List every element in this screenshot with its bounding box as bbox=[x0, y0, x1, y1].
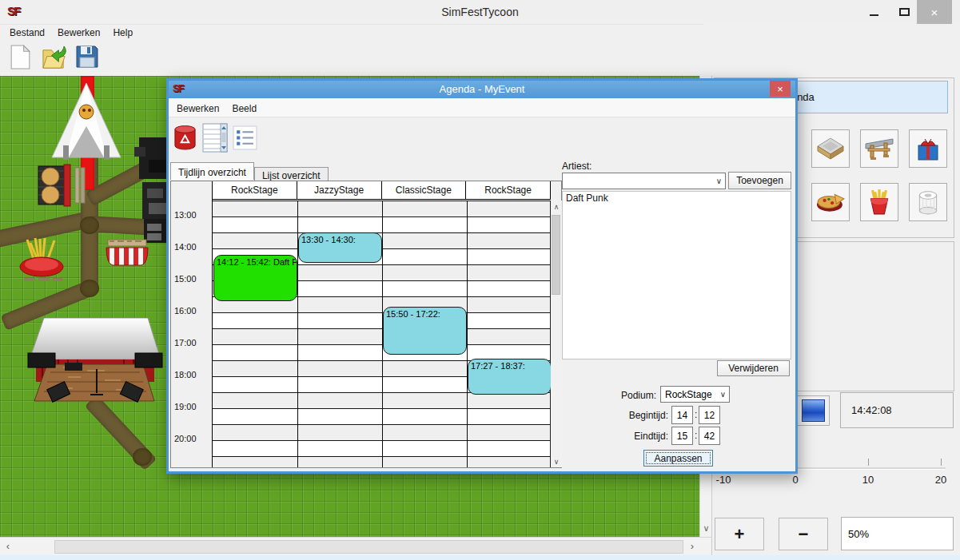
end-minute-field[interactable] bbox=[699, 427, 720, 445]
color-tool-button[interactable] bbox=[795, 395, 830, 426]
gift-icon bbox=[914, 135, 942, 162]
remove-artist-button[interactable]: Verwijderen bbox=[717, 360, 790, 376]
open-folder-icon bbox=[41, 44, 67, 73]
time-label: 17:00 bbox=[174, 338, 197, 348]
striped-stand[interactable] bbox=[105, 238, 149, 267]
chevron-down-icon[interactable]: ∨ bbox=[700, 523, 712, 534]
main-menubar: BestandBewerkenHelp bbox=[0, 24, 703, 40]
chevron-right-icon[interactable]: › bbox=[686, 540, 699, 554]
menu-bewerken[interactable]: Bewerken bbox=[51, 26, 106, 40]
podium-combobox-value: RockStage bbox=[665, 389, 712, 400]
menu-help[interactable]: Help bbox=[106, 26, 139, 40]
fries-icon bbox=[865, 189, 894, 216]
app-window: SimFestTycoon SF × BestandBewerkenHelp bbox=[0, 0, 960, 560]
chevron-down-icon[interactable]: ∨ bbox=[551, 458, 562, 466]
time-label: 15:00 bbox=[174, 274, 197, 284]
podium-label: Podium: bbox=[572, 390, 656, 401]
item-platform-button[interactable] bbox=[811, 129, 850, 168]
end-hour-field[interactable] bbox=[671, 427, 693, 445]
time-label: 19:00 bbox=[174, 402, 197, 411]
grid-scrollbar[interactable]: ∧ ∨ bbox=[551, 201, 562, 467]
chevron-down-icon: ∨ bbox=[716, 177, 722, 185]
platform-icon bbox=[816, 135, 845, 162]
item-toilet-roll-button[interactable] bbox=[909, 183, 947, 221]
schedule-event-2[interactable]: 15:50 - 17:22: bbox=[383, 307, 467, 354]
time-label: 20:00 bbox=[174, 434, 197, 443]
fries-stand[interactable] bbox=[18, 236, 67, 283]
pizza-icon bbox=[816, 189, 845, 216]
dialog-close-button[interactable]: × bbox=[770, 81, 791, 97]
start-hour-field[interactable] bbox=[671, 406, 693, 424]
dialog-menu-bewerken[interactable]: Bewerken bbox=[170, 98, 225, 119]
tent[interactable] bbox=[50, 80, 123, 174]
maximize-button[interactable] bbox=[892, 0, 916, 24]
zoom-in-button[interactable]: + bbox=[715, 518, 764, 550]
stage-header-0: RockStage bbox=[213, 181, 297, 199]
schedule-event-3[interactable]: 17:27 - 18:37: bbox=[468, 359, 552, 395]
chevron-up-icon[interactable]: ∧ bbox=[551, 203, 562, 211]
menu-bestand[interactable]: Bestand bbox=[3, 26, 51, 40]
delete-event-button[interactable] bbox=[173, 125, 197, 155]
new-file-icon bbox=[10, 44, 31, 73]
dialog-logo-icon: SF bbox=[173, 82, 183, 94]
start-minute-field[interactable] bbox=[699, 406, 720, 424]
timeline-grid: 13:0014:0015:0016:0017:0018:0019:0020:00… bbox=[170, 181, 562, 468]
slider-tick-label: 10 bbox=[862, 474, 874, 486]
clock-display: 14:42:08 bbox=[840, 392, 954, 428]
podium-combobox[interactable]: RockStage ∨ bbox=[660, 386, 730, 403]
window-bottom-edge bbox=[0, 555, 960, 560]
slider-tick-label: 0 bbox=[792, 474, 798, 486]
start-time-label: Begintijd: bbox=[572, 410, 668, 421]
item-torii-stage-button[interactable] bbox=[860, 129, 898, 168]
stage-header-3: RockStage bbox=[466, 181, 551, 199]
zoom-out-button[interactable]: − bbox=[779, 518, 828, 550]
maximize-icon bbox=[899, 8, 910, 16]
time-label: 13:00 bbox=[174, 210, 197, 220]
app-logo-icon: SF bbox=[7, 4, 19, 18]
scrollbar-thumb[interactable] bbox=[552, 215, 560, 295]
item-grid bbox=[811, 129, 949, 221]
item-pizza-button[interactable] bbox=[811, 183, 850, 221]
end-time-label: Eindtijd: bbox=[572, 431, 668, 442]
artist-list[interactable]: Daft Punk bbox=[562, 191, 791, 359]
minimize-button[interactable] bbox=[862, 0, 886, 24]
dialog-title: Agenda - MyEvent bbox=[169, 81, 795, 98]
save-button[interactable] bbox=[72, 42, 102, 74]
toilet-roll-icon bbox=[914, 189, 942, 216]
stage-header-1: JazzyStage bbox=[297, 181, 382, 199]
new-file-button[interactable] bbox=[5, 42, 35, 74]
item-gift-button[interactable] bbox=[909, 129, 947, 168]
map-horizontal-scrollbar[interactable]: ‹ › bbox=[0, 537, 712, 555]
dialog-tabs: Tijdlijn overzichtLijst overzicht bbox=[170, 162, 506, 181]
time-gutter: 13:0014:0015:0016:0017:0018:0019:0020:00 bbox=[171, 181, 213, 467]
grid-header-row: RockStageJazzyStageClassicStageRockStage bbox=[213, 181, 551, 200]
apply-button[interactable]: Aanpassen bbox=[643, 450, 713, 467]
tab-tijdlijn-overzicht[interactable]: Tijdlijn overzicht bbox=[170, 162, 254, 180]
main-stage[interactable] bbox=[26, 318, 164, 410]
main-toolbar bbox=[0, 40, 703, 76]
agenda-dialog: Agenda - MyEvent SF × BewerkenBeeld Tijd… bbox=[166, 78, 798, 474]
blue-square-icon bbox=[802, 399, 825, 422]
time-label: 14:00 bbox=[174, 242, 197, 252]
artist-list-item[interactable]: Daft Punk bbox=[563, 192, 791, 205]
item-fries-button[interactable] bbox=[860, 183, 898, 221]
grid-body[interactable]: 14:12 - 15:42: Daft Punk13:30 - 14:30:15… bbox=[213, 201, 551, 467]
schedule-event-1[interactable]: 13:30 - 14:30: bbox=[298, 232, 382, 263]
scrollbar-thumb[interactable] bbox=[54, 540, 683, 554]
minimize-icon bbox=[870, 14, 878, 16]
close-button[interactable]: × bbox=[917, 0, 952, 24]
list-view-icon bbox=[202, 141, 228, 155]
bullet-list-button[interactable] bbox=[233, 125, 257, 153]
trash-icon bbox=[173, 141, 197, 154]
artist-combobox[interactable]: ∨ bbox=[562, 173, 726, 189]
chevron-left-icon[interactable]: ‹ bbox=[2, 540, 14, 554]
add-artist-button[interactable]: Toevoegen bbox=[728, 172, 791, 189]
path-junction bbox=[80, 280, 99, 297]
zoom-level-field[interactable] bbox=[841, 517, 954, 550]
schedule-event-0[interactable]: 14:12 - 15:42: Daft Punk bbox=[213, 255, 297, 301]
list-view-button[interactable] bbox=[202, 123, 228, 156]
burger-stand[interactable] bbox=[37, 163, 86, 208]
chevron-down-icon: ∨ bbox=[720, 390, 726, 399]
open-file-button[interactable] bbox=[38, 42, 69, 74]
dialog-menu-beeld[interactable]: Beeld bbox=[225, 98, 263, 119]
